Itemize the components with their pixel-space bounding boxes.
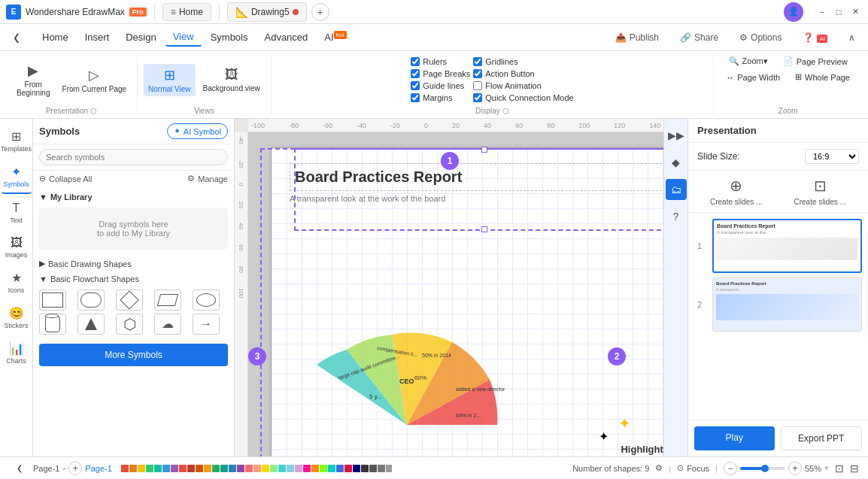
right-slides-button[interactable]: 🗂 (666, 179, 687, 200)
rulers-check[interactable]: Rulers (411, 57, 470, 66)
shape-hexagon[interactable]: ⬡ (116, 314, 143, 335)
action-button-check[interactable]: Action Button (473, 69, 573, 78)
color-swatch[interactable] (220, 465, 228, 472)
color-swatch[interactable] (154, 465, 162, 472)
flow-animation-checkbox[interactable] (473, 81, 482, 90)
menu-insert[interactable]: Insert (77, 29, 117, 46)
color-swatch[interactable] (196, 465, 203, 472)
color-swatch[interactable] (129, 465, 137, 472)
basic-flowchart-header[interactable]: ▼ Basic Flowchart Shapes (33, 271, 234, 286)
page-preview-button[interactable]: 📄 Page Preview (777, 54, 854, 68)
color-swatch[interactable] (361, 465, 369, 472)
color-swatch[interactable] (336, 465, 344, 472)
quick-connection-check[interactable]: Quick Connection Mode (473, 93, 573, 102)
shape-ellipse[interactable] (193, 290, 220, 311)
export-ppt-button[interactable]: Export PPT (781, 426, 863, 450)
color-swatch[interactable] (311, 465, 319, 472)
color-swatch[interactable] (121, 465, 129, 472)
manage-button[interactable]: ⚙ Manage (187, 174, 228, 183)
publish-button[interactable]: 📤 Publish (608, 29, 666, 46)
flow-animation-check[interactable]: Flow Animation (473, 81, 573, 90)
ribbon-collapse-button[interactable]: ∧ (841, 27, 862, 48)
canvas-scroll-area[interactable]: Board Practices Report A transparent loo… (248, 132, 663, 456)
color-swatch[interactable] (162, 465, 170, 472)
color-swatch[interactable] (278, 465, 286, 472)
shape-cloud[interactable]: ☁ (154, 314, 181, 335)
right-question-button[interactable]: ? (666, 206, 687, 227)
color-swatch[interactable] (270, 465, 278, 472)
background-view-button[interactable]: 🖼 Background view (199, 64, 265, 95)
sidebar-item-charts[interactable]: 📊 Charts (2, 337, 32, 369)
basic-drawing-header[interactable]: ▶ Basic Drawing Shapes (33, 256, 234, 271)
color-swatch[interactable] (212, 465, 220, 472)
current-page-tab[interactable]: Page-1 (85, 464, 111, 473)
fit-page-button[interactable]: ⊡ (835, 462, 844, 474)
shape-parallelogram[interactable] (154, 290, 181, 311)
shape-diamond[interactable] (116, 290, 143, 311)
slide-2-thumb[interactable]: 2 Board Practices Report A transparent..… (712, 277, 862, 332)
menu-view[interactable]: View (165, 28, 202, 47)
menu-ai[interactable]: AIhot (317, 29, 354, 46)
page-breaks-check[interactable]: Page Breaks (411, 69, 470, 78)
help-button[interactable]: ❓ AI (795, 29, 835, 46)
rulers-checkbox[interactable] (411, 57, 420, 66)
shape-rounded-rect[interactable] (77, 290, 105, 311)
color-swatch[interactable] (287, 465, 294, 472)
my-library-header[interactable]: ▼ My Library (39, 189, 228, 205)
from-current-page-button[interactable]: ▷ From Current Page (57, 64, 131, 96)
gridlines-checkbox[interactable] (473, 57, 482, 66)
quick-connection-checkbox[interactable] (473, 93, 482, 102)
zoom-dropdown-button[interactable]: 🔍 Zoom▾ (723, 54, 774, 68)
sidebar-item-icons[interactable]: ★ Icons (2, 266, 32, 299)
drawing-tab[interactable]: 📐 Drawing5 (227, 2, 307, 22)
shape-rectangle[interactable] (39, 290, 66, 311)
menu-advanced[interactable]: Advanced (256, 29, 315, 46)
sidebar-item-templates[interactable]: ⊞ Templates (2, 125, 32, 157)
page-breaks-checkbox[interactable] (411, 69, 420, 78)
color-swatch[interactable] (328, 465, 335, 472)
focus-button[interactable]: ⊙ Focus (677, 463, 709, 473)
options-button[interactable]: ⚙ Options (732, 29, 789, 46)
collapse-all-button[interactable]: ⊖ Collapse All (39, 174, 92, 183)
color-swatch[interactable] (386, 465, 392, 472)
right-diamond-button[interactable]: ◆ (666, 152, 687, 173)
color-swatch[interactable] (237, 465, 244, 472)
guide-lines-checkbox[interactable] (411, 81, 420, 90)
color-swatch[interactable] (229, 465, 236, 472)
shape-arrow[interactable]: → (193, 314, 220, 335)
right-expand-button[interactable]: ▶▶ (666, 125, 687, 146)
color-swatch[interactable] (303, 465, 311, 472)
color-swatch[interactable] (245, 465, 253, 472)
color-swatch[interactable] (295, 465, 302, 472)
zoom-thumb[interactable] (761, 465, 769, 472)
prev-page-button[interactable]: ❮ (9, 458, 30, 479)
add-page-button[interactable]: + (68, 462, 82, 475)
display-expand-icon[interactable]: ⬡ (502, 107, 509, 115)
color-swatch[interactable] (320, 465, 327, 472)
ai-symbol-button[interactable]: ✦ AI Symbol (167, 123, 228, 139)
sidebar-item-images[interactable]: 🖼 Images (2, 232, 32, 263)
maximize-button[interactable]: □ (832, 5, 845, 19)
margins-checkbox[interactable] (411, 93, 420, 102)
slide-size-select[interactable]: 16:9 4:3 Custom (805, 149, 859, 164)
more-symbols-button[interactable]: More Symbols (39, 344, 228, 366)
file-menu-tab[interactable]: ≡ Home (162, 3, 211, 21)
sidebar-item-stickers[interactable]: 😊 Stickers (2, 302, 32, 334)
close-button[interactable]: ✕ (848, 5, 862, 19)
menu-symbols[interactable]: Symbols (203, 29, 256, 46)
share-button[interactable]: 🔗 Share (672, 29, 726, 46)
play-button[interactable]: Play (694, 426, 775, 450)
fit-width-button[interactable]: ⊟ (850, 462, 859, 474)
color-swatch[interactable] (262, 465, 269, 472)
sidebar-item-text[interactable]: T Text (2, 197, 32, 229)
search-input[interactable] (39, 149, 228, 165)
margins-check[interactable]: Margins (411, 93, 470, 102)
whole-page-button[interactable]: ⊞ Whole Page (789, 70, 856, 84)
color-swatch[interactable] (187, 465, 195, 472)
color-swatch[interactable] (353, 465, 360, 472)
color-swatch[interactable] (204, 465, 211, 472)
slide-1-thumb[interactable]: 1 Board Practices Report A transparent l… (712, 219, 862, 273)
color-swatch[interactable] (253, 465, 261, 472)
color-swatch[interactable] (344, 465, 352, 472)
color-swatch[interactable] (179, 465, 187, 472)
